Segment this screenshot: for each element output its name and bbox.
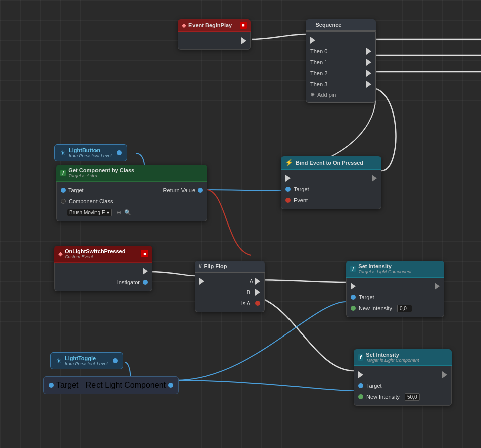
flip-flop-node: // Flip Flop A B Is A <box>195 261 265 312</box>
bind-event-header: ⚡ Bind Event to On Pressed <box>281 156 381 170</box>
sib-exec-out <box>442 371 447 378</box>
sit-exec-in <box>351 283 356 290</box>
sequence-title: Sequence <box>315 22 341 28</box>
add-pin-icon: ⊕ <box>310 91 315 98</box>
sib-intensity-input[interactable]: 50,0 <box>405 393 420 401</box>
get-component-title: Get Component by Class <box>68 167 134 173</box>
then2-label: Then 2 <box>310 70 327 76</box>
sit-exec-row <box>347 281 444 292</box>
sit-target-label: Target <box>359 294 374 300</box>
light-button-title: LightButton <box>69 147 112 153</box>
lt-target-in-pin <box>49 383 54 388</box>
light-button-output-pin <box>117 150 122 155</box>
then1-pin <box>366 59 371 66</box>
return-pin <box>198 188 203 193</box>
comp-class-value-row: Brush Moving E ▾ ⊕ 🔍 <box>57 207 207 218</box>
stop-icon-2[interactable]: ■ <box>141 250 148 257</box>
comp-class-pin <box>61 199 66 204</box>
lt-rect-light-pin <box>168 383 173 388</box>
sit-intensity-input[interactable]: 0,0 <box>397 305 412 312</box>
custom-event-icon: ◆ <box>58 251 62 257</box>
on-light-switch-subtitle: Custom Event <box>65 254 125 259</box>
bind-event-label: Event <box>294 197 308 203</box>
sit-exec-out <box>435 283 440 290</box>
ff-b-label: B <box>247 289 250 295</box>
comp-class-select[interactable]: Brush Moving E ▾ <box>67 209 112 216</box>
sib-target-label: Target <box>366 383 382 389</box>
bind-exec-row <box>281 173 381 184</box>
ff-isa-row: Is A <box>195 298 264 309</box>
set-intensity-bottom-node: f Set Intensity Target is Light Componen… <box>354 349 452 406</box>
light-button-var-node: ☀ LightButton from Persistent Level <box>54 144 127 161</box>
return-label: Return Value <box>163 187 195 193</box>
set-intensity-top-body: Target New Intensity 0,0 <box>346 278 444 317</box>
comp-class-label: Component Class <box>69 198 113 204</box>
light-toggle-icon: ☀ <box>56 357 62 365</box>
bind-event-row: Event <box>281 195 381 206</box>
comp-class-row: Component Class <box>57 196 207 207</box>
then0-label: Then 0 <box>310 48 327 54</box>
lt-target-label: Target <box>56 381 78 390</box>
set-intensity-top-title: Set Intensity <box>358 263 411 269</box>
add-pin-row[interactable]: ⊕ Add pin <box>306 90 375 99</box>
bind-event-pin <box>285 198 291 203</box>
ff-exec-in <box>199 278 204 285</box>
ff-isa-pin <box>255 301 260 306</box>
then3-row: Then 3 <box>306 79 375 90</box>
ols-exec-out <box>143 268 148 275</box>
get-component-node: f Get Component by Class Target is Actor… <box>56 165 207 221</box>
light-button-subtitle: from Persistent Level <box>69 153 112 158</box>
seq-exec-in <box>310 37 315 44</box>
sib-intensity-label: New Intensity <box>366 394 400 400</box>
then2-pin <box>366 70 371 77</box>
instigator-row: Instigator <box>55 277 152 288</box>
target-in-pin <box>61 188 66 193</box>
on-light-switch-header: ◆ OnLightSwitchPressed Custom Event ■ <box>54 246 152 263</box>
light-toggle-output-pin <box>113 358 118 363</box>
sib-target-pin <box>358 383 363 388</box>
flip-flop-icon: // <box>199 264 202 269</box>
sit-intensity-label: New Intensity <box>359 305 392 311</box>
set-intensity-top-func-icon: f <box>350 266 356 272</box>
bind-exec-in <box>285 175 291 182</box>
stop-icon[interactable]: ■ <box>240 22 247 29</box>
event-begin-play-title: Event BeginPlay <box>188 22 232 28</box>
search-icon[interactable]: ⊕ <box>117 209 121 216</box>
flip-flop-header: // Flip Flop <box>195 261 265 273</box>
flip-flop-body: A B Is A <box>195 273 265 312</box>
ff-b-row: B <box>195 287 264 298</box>
lt-rect-light-label: Rect Light Component <box>86 381 166 390</box>
target-row: Target Return Value <box>57 185 207 196</box>
then1-label: Then 1 <box>310 59 327 65</box>
set-intensity-bottom-title: Set Intensity <box>366 352 419 358</box>
sequence-body: Then 0 Then 1 Then 2 Then 3 ⊕ Add pin <box>306 31 376 103</box>
magnify-icon[interactable]: 🔍 <box>124 209 131 216</box>
instigator-label: Instigator <box>117 279 140 285</box>
event-icon: ◆ <box>182 22 186 29</box>
then3-pin <box>366 81 371 88</box>
sib-exec-row <box>354 369 451 380</box>
ff-b-pin <box>255 289 260 296</box>
flip-flop-title: Flip Flop <box>204 263 227 269</box>
sit-intensity-pin <box>351 306 356 311</box>
sib-target-row: Target <box>354 380 451 391</box>
bind-target-label: Target <box>294 186 309 192</box>
ff-exec-row: A <box>195 276 264 287</box>
bind-event-icon: ⚡ <box>285 159 293 166</box>
then0-pin <box>366 48 371 55</box>
seq-exec-in-row <box>306 35 375 46</box>
then3-label: Then 3 <box>310 81 327 87</box>
func-icon: f <box>60 170 66 176</box>
set-intensity-bottom-subtitle: Target is Light Component <box>366 358 419 363</box>
get-component-body: Target Return Value Component Class Brus… <box>56 182 207 221</box>
on-light-switch-node: ◆ OnLightSwitchPressed Custom Event ■ In… <box>54 246 152 291</box>
then1-row: Then 1 <box>306 57 375 68</box>
get-component-header: f Get Component by Class Target is Actor <box>56 165 207 182</box>
sequence-icon: ≡ <box>310 22 313 28</box>
then2-row: Then 2 <box>306 68 375 79</box>
sib-intensity-row: New Intensity 50,0 <box>354 391 451 402</box>
set-intensity-bottom-body: Target New Intensity 50,0 <box>354 366 452 406</box>
set-intensity-top-node: f Set Intensity Target is Light Componen… <box>346 261 444 317</box>
light-button-icon: ☀ <box>60 149 66 157</box>
on-light-switch-title: OnLightSwitchPressed <box>65 248 125 254</box>
